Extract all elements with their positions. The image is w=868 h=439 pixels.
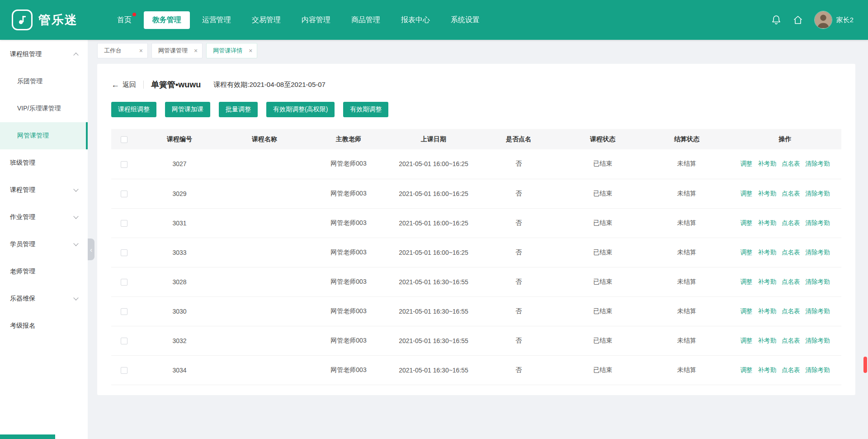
action-link-0[interactable]: 调整 [741, 160, 753, 167]
action-link-1[interactable]: 补考勤 [758, 308, 777, 315]
column-header-1: 课程名称 [222, 129, 307, 149]
close-icon[interactable]: × [249, 48, 252, 54]
user-menu[interactable]: 家长2 [814, 11, 854, 29]
cell-status: 已结束 [561, 326, 645, 355]
nav-item-5[interactable]: 商品管理 [343, 11, 389, 29]
action-link-2[interactable]: 点名表 [782, 220, 800, 226]
sidebar-item-5[interactable]: 课程管理 [0, 177, 88, 204]
page-title: 单簧管•wuwu [151, 79, 201, 90]
course-table: 课程编号课程名称主教老师上课日期是否点名课程状态结算状态操作 3027网管老师0… [111, 129, 841, 385]
row-checkbox[interactable] [121, 308, 127, 315]
action-button-4[interactable]: 有效期调整 [343, 102, 388, 117]
sidebar-item-6[interactable]: 作业管理 [0, 204, 88, 231]
action-link-1[interactable]: 补考勤 [758, 249, 777, 256]
column-header-5: 课程状态 [561, 129, 645, 149]
action-link-2[interactable]: 点名表 [782, 337, 800, 344]
action-link-0[interactable]: 调整 [741, 308, 753, 315]
row-select-cell [111, 238, 137, 267]
tab-1[interactable]: 网管课管理× [151, 43, 203, 58]
action-link-3[interactable]: 清除考勤 [806, 160, 830, 167]
action-link-1[interactable]: 补考勤 [758, 190, 777, 197]
scrollbar-thumb[interactable] [863, 357, 867, 373]
action-link-2[interactable]: 点名表 [782, 160, 800, 167]
nav-item-4[interactable]: 内容管理 [293, 11, 339, 29]
action-link-2[interactable]: 点名表 [782, 308, 800, 315]
nav-item-0[interactable]: 首页 [108, 11, 140, 29]
cell-id: 3027 [137, 149, 222, 179]
tab-0[interactable]: 工作台× [97, 43, 148, 58]
action-link-2[interactable]: 点名表 [782, 278, 800, 285]
action-link-1[interactable]: 补考勤 [758, 337, 777, 344]
action-link-1[interactable]: 补考勤 [758, 367, 777, 373]
sidebar-item-7[interactable]: 学员管理 [0, 231, 88, 258]
sidebar-item-0[interactable]: 课程组管理 [0, 41, 88, 68]
action-link-3[interactable]: 清除考勤 [806, 337, 830, 344]
action-link-2[interactable]: 点名表 [782, 190, 800, 197]
action-link-2[interactable]: 点名表 [782, 367, 800, 373]
close-icon[interactable]: × [139, 48, 143, 54]
cell-name [222, 208, 307, 238]
nav-item-6[interactable]: 报表中心 [392, 11, 439, 29]
cell-teacher: 网管老师003 [307, 296, 391, 326]
nav-item-2[interactable]: 运营管理 [193, 11, 240, 29]
chevron-down-icon [73, 295, 78, 300]
action-link-0[interactable]: 调整 [741, 367, 753, 373]
action-link-3[interactable]: 清除考勤 [806, 220, 830, 226]
action-button-2[interactable]: 批量调整 [219, 102, 258, 117]
sidebar-item-1[interactable]: 乐团管理 [0, 68, 88, 95]
sidebar-item-3[interactable]: 网管课管理 [0, 122, 88, 149]
row-checkbox[interactable] [121, 220, 127, 227]
row-checkbox[interactable] [121, 367, 127, 374]
brand-name: 管乐迷 [38, 12, 78, 28]
sidebar: 课程组管理乐团管理VIP/乐理课管理网管课管理班级管理课程管理作业管理学员管理老… [0, 40, 88, 439]
action-link-3[interactable]: 清除考勤 [806, 308, 830, 315]
sidebar-item-label: 乐团管理 [17, 77, 42, 86]
action-link-0[interactable]: 调整 [741, 220, 753, 226]
row-checkbox[interactable] [121, 191, 127, 197]
action-button-0[interactable]: 课程组调整 [111, 102, 156, 117]
back-button[interactable]: ← 返回 [111, 81, 136, 89]
action-link-0[interactable]: 调整 [741, 190, 753, 197]
row-actions: 调整补考勤点名表清除考勤 [729, 355, 841, 385]
action-link-0[interactable]: 调整 [741, 337, 753, 344]
tab-2[interactable]: 网管课详情× [206, 43, 257, 58]
nav-item-7[interactable]: 系统设置 [442, 11, 488, 29]
action-link-1[interactable]: 补考勤 [758, 220, 777, 226]
cell-name [222, 149, 307, 179]
action-link-0[interactable]: 调整 [741, 278, 753, 285]
sidebar-item-2[interactable]: VIP/乐理课管理 [0, 95, 88, 122]
action-link-3[interactable]: 清除考勤 [806, 190, 830, 197]
action-link-3[interactable]: 清除考勤 [806, 278, 830, 285]
action-button-3[interactable]: 有效期调整(高权限) [266, 102, 335, 117]
home-icon[interactable] [793, 14, 803, 25]
action-link-1[interactable]: 补考勤 [758, 278, 777, 285]
action-link-2[interactable]: 点名表 [782, 249, 800, 256]
close-icon[interactable]: × [194, 48, 198, 54]
sidebar-item-9[interactable]: 乐器维保 [0, 285, 88, 312]
action-link-3[interactable]: 清除考勤 [806, 249, 830, 256]
table-row: 3029网管老师0032021-05-01 16:00~16:25否已结束未结算… [111, 179, 841, 208]
select-all-checkbox[interactable] [121, 136, 127, 143]
cell-name [222, 238, 307, 267]
action-link-3[interactable]: 清除考勤 [806, 367, 830, 373]
sidebar-collapse-handle[interactable]: ‹ [88, 239, 94, 260]
row-checkbox[interactable] [121, 249, 127, 256]
brand[interactable]: 管乐迷 [0, 10, 108, 30]
row-actions: 调整补考勤点名表清除考勤 [729, 149, 841, 179]
sidebar-item-4[interactable]: 班级管理 [0, 149, 88, 177]
sidebar-item-8[interactable]: 老师管理 [0, 258, 88, 285]
cell-status: 已结束 [561, 267, 645, 296]
row-checkbox[interactable] [121, 161, 127, 168]
nav-item-1[interactable]: 教务管理 [144, 11, 190, 29]
bell-icon[interactable] [771, 14, 782, 25]
row-checkbox[interactable] [121, 279, 127, 286]
cell-teacher: 网管老师003 [307, 179, 391, 208]
nav-item-3[interactable]: 交易管理 [243, 11, 289, 29]
sidebar-item-10[interactable]: 考级报名 [0, 312, 88, 339]
action-link-1[interactable]: 补考勤 [758, 160, 777, 167]
action-link-0[interactable]: 调整 [741, 249, 753, 256]
row-checkbox[interactable] [121, 338, 127, 344]
nav-item-label: 首页 [117, 16, 132, 24]
action-button-1[interactable]: 网管课加课 [165, 102, 210, 117]
column-header-6: 结算状态 [645, 129, 729, 149]
